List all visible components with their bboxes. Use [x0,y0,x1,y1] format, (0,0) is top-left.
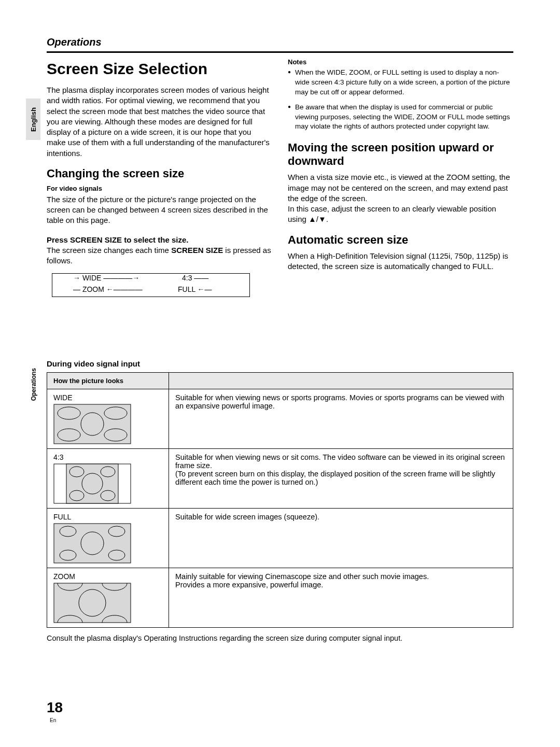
table-col-desc [169,373,513,389]
screen-mode-icon [53,523,162,563]
language-tab-label: English [30,107,37,132]
mode-desc: Suitable for when viewing news or sports… [169,389,513,449]
svg-rect-0 [54,404,131,444]
note-item: When the WIDE, ZOOM, or FULL setting is … [288,68,513,97]
mode-cell: ZOOM [47,568,169,628]
mode-cell: 4:3 [47,449,169,509]
notes-list: When the WIDE, ZOOM, or FULL setting is … [288,68,513,132]
automatic-size-body: When a High-Definition Television signal… [288,251,513,272]
cycle-full: FULL ←— [178,285,212,293]
mode-name: WIDE [53,393,162,402]
table-row: FULL Suitable for wide screen images (sq… [47,509,513,568]
table-col-picture: How the picture looks [47,373,169,389]
notes-heading: Notes [288,58,513,66]
page-lang: En [50,717,56,723]
screen-mode-icon [53,404,162,444]
mode-cycle-diagram: → WIDE ————→ 4:3 —— — ZOOM ←———— FULL ←— [52,273,250,297]
press-body-a: The screen size changes each time [47,246,171,255]
language-tab: English [26,98,40,140]
cycle-zoom: — ZOOM ←———— [73,285,143,293]
mode-cell: FULL [47,509,169,568]
page-number: 18 [47,699,63,716]
modes-table: How the picture looks WIDE Suitable for … [47,372,513,628]
press-body-b: SCREEN SIZE [171,246,223,255]
mode-desc: Suitable for wide screen images (squeeze… [169,509,513,568]
header-rule [47,51,513,53]
left-column: Screen Size Selection The plasma display… [47,58,272,297]
svg-rect-19 [54,583,131,623]
mode-desc: Mainly suitable for viewing Cinemascope … [169,568,513,628]
intro-paragraph: The plasma display incorporates screen m… [47,85,272,159]
table-row: 4:3 Suitable for when viewing news or si… [47,449,513,509]
section-header: Operations [47,36,513,48]
moving-position-heading: Moving the screen position upward or dow… [288,141,513,168]
table-caption: During video signal input [47,359,513,368]
svg-rect-7 [66,464,118,503]
cycle-wide: → WIDE ————→ [73,274,139,282]
for-video-body: The size of the picture or the picture's… [47,194,272,226]
right-column: Notes When the WIDE, ZOOM, or FULL setti… [288,58,513,297]
mode-name: ZOOM [53,572,162,581]
table-row: WIDE Suitable for when viewing news or s… [47,389,513,449]
note-item: Be aware that when the display is used f… [288,103,513,132]
press-body: The screen size changes each time SCREEN… [47,245,272,266]
mode-cell: WIDE [47,389,169,449]
automatic-size-heading: Automatic screen size [288,233,513,247]
mode-name: 4:3 [53,453,162,461]
mode-desc: Suitable for when viewing news or sit co… [169,449,513,509]
svg-rect-13 [54,524,131,563]
page-title: Screen Size Selection [47,60,272,78]
screen-mode-icon [53,463,162,504]
table-footnote: Consult the plasma display's Operating I… [47,633,513,643]
for-video-label: For video signals [47,185,272,192]
table-row: ZOOM Mainly suitable for viewing Cinemas… [47,568,513,628]
moving-position-body: When a vista size movie etc., is viewed … [288,172,513,224]
changing-size-heading: Changing the screen size [47,167,272,180]
operations-side-label: Operations [30,368,37,401]
press-instruction: Press SCREEN SIZE to select the size. [47,235,272,244]
cycle-43: 4:3 —— [182,274,208,282]
screen-mode-icon [53,583,162,623]
mode-name: FULL [53,513,162,521]
